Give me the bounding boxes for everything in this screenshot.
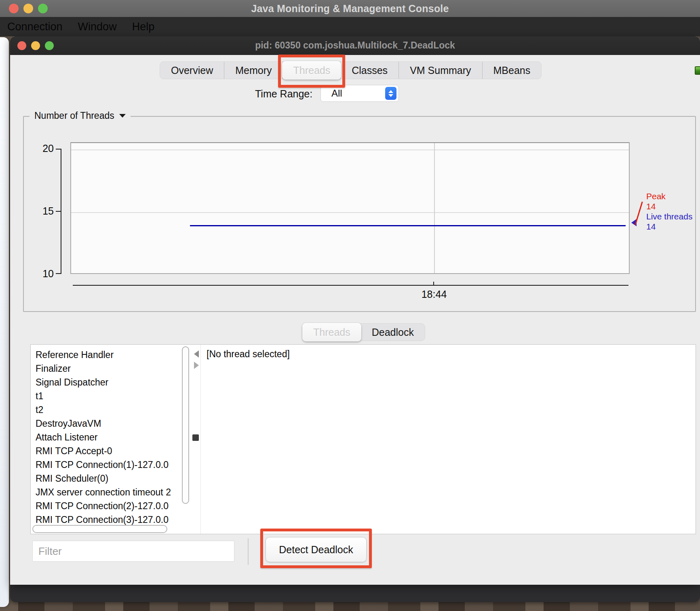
menu-window[interactable]: Window	[78, 21, 117, 33]
filter-input[interactable]	[32, 541, 234, 562]
background-window-edge	[0, 37, 9, 607]
thread-list-item[interactable]: Finalizer	[31, 362, 181, 375]
thread-detail-pane: [No thread selected]	[200, 345, 696, 534]
thread-list-item[interactable]: t2	[31, 403, 181, 417]
y-tick-label-15: 15	[35, 205, 54, 217]
thread-list-item[interactable]: Signal Dispatcher	[31, 375, 181, 389]
legend-peak-value: 14	[646, 201, 692, 211]
legend-live-value: 14	[646, 221, 692, 232]
thread-list: Reference Handler Finalizer Signal Dispa…	[31, 345, 181, 525]
menu-help[interactable]: Help	[132, 21, 155, 33]
split-collapse-left-icon[interactable]	[194, 350, 199, 358]
split-collapse-right-icon[interactable]	[194, 362, 199, 369]
pid-zoom-button-icon[interactable]	[45, 41, 54, 50]
pid-traffic-lights	[17, 41, 54, 50]
pid-titlebar: pid: 60350 com.joshua.Multilock_7.DeadLo…	[10, 36, 700, 55]
thread-list-horizontal-scrollbar[interactable]	[32, 525, 167, 533]
thread-list-vertical-scrollbar[interactable]	[182, 346, 189, 504]
x-tick-label: 18:44	[417, 289, 451, 300]
tab-vm-summary[interactable]: VM Summary	[398, 62, 482, 79]
no-thread-selected-message: [No thread selected]	[207, 349, 290, 360]
close-button-icon[interactable]	[9, 4, 19, 13]
detect-deadlock-wrapper: Detect Deadlock	[266, 537, 367, 562]
tab-classes[interactable]: Classes	[341, 62, 398, 79]
gridline-20	[71, 150, 629, 150]
legend-peak-label: Peak	[646, 191, 692, 201]
connection-status-icon	[695, 66, 700, 75]
zoom-button-icon[interactable]	[38, 4, 48, 13]
tab-memory[interactable]: Memory	[224, 62, 283, 79]
time-range-label: Time Range:	[255, 88, 312, 100]
tab-threads[interactable]: Threads	[282, 61, 341, 80]
time-range-dropdown[interactable]: All	[320, 85, 399, 102]
chart-title-dropdown[interactable]: Number of Threads	[30, 110, 131, 121]
gridline-15	[71, 212, 629, 213]
chart-legend: Peak 14 Live threads 14	[646, 191, 692, 232]
thread-list-item[interactable]: RMI TCP Accept-0	[31, 444, 181, 458]
outer-titlebar: Java Monitoring & Management Console	[0, 0, 700, 17]
menubar: Connection Window Help	[0, 17, 700, 36]
pid-window-title: pid: 60350 com.joshua.Multilock_7.DeadLo…	[10, 40, 700, 51]
thread-list-item[interactable]: DestroyJavaVM	[31, 417, 181, 430]
outer-traffic-lights	[9, 4, 48, 13]
pid-window: pid: 60350 com.joshua.Multilock_7.DeadLo…	[10, 36, 700, 585]
live-threads-series-line	[190, 225, 626, 226]
thread-list-item[interactable]: JMX server connection timeout 2	[31, 485, 181, 499]
main-tab-bar: Overview Memory Threads Classes VM Summa…	[160, 61, 542, 79]
thread-list-item[interactable]: RMI TCP Connection(2)-127.0.0	[31, 499, 181, 513]
x-axis	[73, 285, 628, 286]
outer-window-bottom-bar	[10, 585, 700, 602]
pid-close-button-icon[interactable]	[17, 41, 26, 50]
time-range-value: All	[331, 88, 385, 99]
thread-list-item[interactable]: Reference Handler	[31, 348, 181, 362]
threads-split-panel: [No thread selected] Reference Handler F…	[30, 344, 696, 534]
subtab-threads[interactable]: Threads	[302, 323, 361, 341]
bottom-separator	[248, 538, 249, 565]
split-divider-handle[interactable]	[192, 434, 199, 441]
thread-list-item[interactable]: RMI Scheduler(0)	[31, 472, 181, 485]
threads-chart-plot-area	[70, 142, 630, 274]
legend-live-label: Live threads	[646, 211, 692, 221]
thread-list-item[interactable]: t1	[31, 389, 181, 403]
outer-window-title: Java Monitoring & Management Console	[0, 3, 700, 15]
subtab-deadlock[interactable]: Deadlock	[361, 324, 425, 341]
chart-title: Number of Threads	[34, 110, 114, 121]
y-tick-label-10: 10	[35, 268, 54, 280]
detect-deadlock-button[interactable]: Detect Deadlock	[266, 537, 367, 562]
sub-tab-bar: Threads Deadlock	[302, 323, 425, 341]
y-tick-label-20: 20	[35, 143, 54, 154]
minimize-button-icon[interactable]	[23, 4, 33, 13]
y-axis	[61, 149, 61, 274]
chevron-down-icon	[119, 114, 126, 118]
tab-mbeans[interactable]: MBeans	[482, 62, 542, 79]
pid-minimize-button-icon[interactable]	[31, 41, 40, 50]
gridline-1844	[434, 143, 435, 273]
thread-list-item[interactable]: RMI TCP Connection(1)-127.0.0	[31, 458, 181, 472]
thread-list-item[interactable]: RMI TCP Connection(3)-127.0.0	[31, 513, 181, 525]
dropdown-stepper-icon	[385, 87, 396, 100]
thread-list-item[interactable]: Attach Listener	[31, 430, 181, 444]
menu-connection[interactable]: Connection	[7, 21, 63, 33]
tab-overview[interactable]: Overview	[160, 62, 224, 79]
